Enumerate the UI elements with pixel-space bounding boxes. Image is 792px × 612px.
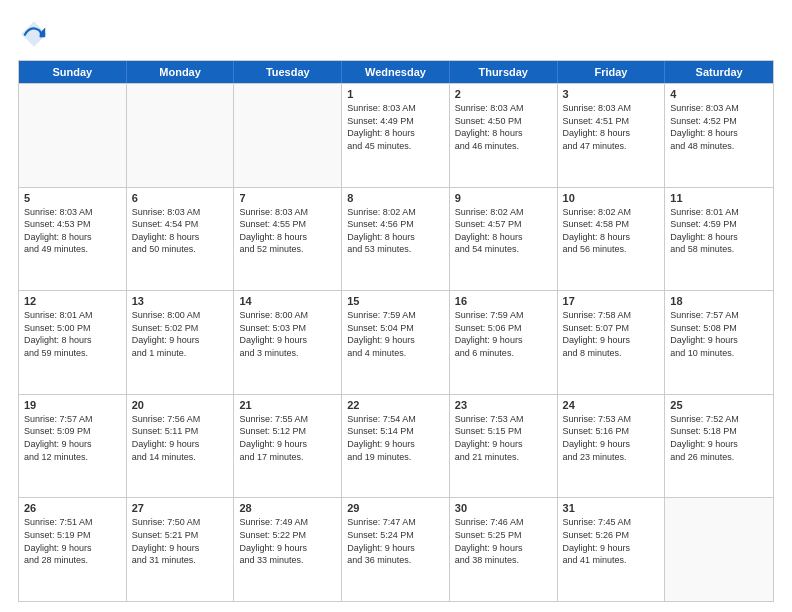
day-info: Sunrise: 8:02 AM Sunset: 4:56 PM Dayligh… — [347, 206, 444, 256]
day-info: Sunrise: 8:03 AM Sunset: 4:51 PM Dayligh… — [563, 102, 660, 152]
day-number: 7 — [239, 192, 336, 204]
day-cell-11: 11Sunrise: 8:01 AM Sunset: 4:59 PM Dayli… — [665, 188, 773, 291]
day-cell-19: 19Sunrise: 7:57 AM Sunset: 5:09 PM Dayli… — [19, 395, 127, 498]
day-info: Sunrise: 7:59 AM Sunset: 5:04 PM Dayligh… — [347, 309, 444, 359]
day-number: 24 — [563, 399, 660, 411]
day-number: 8 — [347, 192, 444, 204]
day-info: Sunrise: 7:58 AM Sunset: 5:07 PM Dayligh… — [563, 309, 660, 359]
day-number: 1 — [347, 88, 444, 100]
day-info: Sunrise: 8:03 AM Sunset: 4:55 PM Dayligh… — [239, 206, 336, 256]
day-cell-29: 29Sunrise: 7:47 AM Sunset: 5:24 PM Dayli… — [342, 498, 450, 601]
empty-cell — [19, 84, 127, 187]
day-cell-27: 27Sunrise: 7:50 AM Sunset: 5:21 PM Dayli… — [127, 498, 235, 601]
day-cell-3: 3Sunrise: 8:03 AM Sunset: 4:51 PM Daylig… — [558, 84, 666, 187]
weekday-header-sunday: Sunday — [19, 61, 127, 83]
calendar-week-1: 1Sunrise: 8:03 AM Sunset: 4:49 PM Daylig… — [19, 83, 773, 187]
calendar: SundayMondayTuesdayWednesdayThursdayFrid… — [18, 60, 774, 602]
day-number: 2 — [455, 88, 552, 100]
day-cell-7: 7Sunrise: 8:03 AM Sunset: 4:55 PM Daylig… — [234, 188, 342, 291]
day-info: Sunrise: 7:55 AM Sunset: 5:12 PM Dayligh… — [239, 413, 336, 463]
day-cell-8: 8Sunrise: 8:02 AM Sunset: 4:56 PM Daylig… — [342, 188, 450, 291]
day-cell-30: 30Sunrise: 7:46 AM Sunset: 5:25 PM Dayli… — [450, 498, 558, 601]
page: SundayMondayTuesdayWednesdayThursdayFrid… — [0, 0, 792, 612]
day-cell-20: 20Sunrise: 7:56 AM Sunset: 5:11 PM Dayli… — [127, 395, 235, 498]
day-cell-28: 28Sunrise: 7:49 AM Sunset: 5:22 PM Dayli… — [234, 498, 342, 601]
day-info: Sunrise: 7:56 AM Sunset: 5:11 PM Dayligh… — [132, 413, 229, 463]
day-info: Sunrise: 7:51 AM Sunset: 5:19 PM Dayligh… — [24, 516, 121, 566]
weekday-header-tuesday: Tuesday — [234, 61, 342, 83]
day-number: 25 — [670, 399, 768, 411]
calendar-body: 1Sunrise: 8:03 AM Sunset: 4:49 PM Daylig… — [19, 83, 773, 601]
day-info: Sunrise: 8:03 AM Sunset: 4:53 PM Dayligh… — [24, 206, 121, 256]
calendar-week-4: 19Sunrise: 7:57 AM Sunset: 5:09 PM Dayli… — [19, 394, 773, 498]
day-cell-22: 22Sunrise: 7:54 AM Sunset: 5:14 PM Dayli… — [342, 395, 450, 498]
day-info: Sunrise: 7:46 AM Sunset: 5:25 PM Dayligh… — [455, 516, 552, 566]
day-number: 5 — [24, 192, 121, 204]
day-info: Sunrise: 7:53 AM Sunset: 5:16 PM Dayligh… — [563, 413, 660, 463]
day-number: 12 — [24, 295, 121, 307]
day-number: 21 — [239, 399, 336, 411]
header — [18, 18, 774, 50]
empty-cell — [665, 498, 773, 601]
day-info: Sunrise: 8:00 AM Sunset: 5:03 PM Dayligh… — [239, 309, 336, 359]
day-cell-23: 23Sunrise: 7:53 AM Sunset: 5:15 PM Dayli… — [450, 395, 558, 498]
day-cell-31: 31Sunrise: 7:45 AM Sunset: 5:26 PM Dayli… — [558, 498, 666, 601]
day-number: 22 — [347, 399, 444, 411]
day-info: Sunrise: 7:54 AM Sunset: 5:14 PM Dayligh… — [347, 413, 444, 463]
day-number: 15 — [347, 295, 444, 307]
day-info: Sunrise: 8:01 AM Sunset: 5:00 PM Dayligh… — [24, 309, 121, 359]
day-info: Sunrise: 8:01 AM Sunset: 4:59 PM Dayligh… — [670, 206, 768, 256]
day-info: Sunrise: 7:50 AM Sunset: 5:21 PM Dayligh… — [132, 516, 229, 566]
weekday-header-thursday: Thursday — [450, 61, 558, 83]
day-info: Sunrise: 7:59 AM Sunset: 5:06 PM Dayligh… — [455, 309, 552, 359]
logo — [18, 18, 56, 50]
day-cell-5: 5Sunrise: 8:03 AM Sunset: 4:53 PM Daylig… — [19, 188, 127, 291]
day-cell-2: 2Sunrise: 8:03 AM Sunset: 4:50 PM Daylig… — [450, 84, 558, 187]
day-cell-25: 25Sunrise: 7:52 AM Sunset: 5:18 PM Dayli… — [665, 395, 773, 498]
calendar-week-3: 12Sunrise: 8:01 AM Sunset: 5:00 PM Dayli… — [19, 290, 773, 394]
day-number: 30 — [455, 502, 552, 514]
day-cell-1: 1Sunrise: 8:03 AM Sunset: 4:49 PM Daylig… — [342, 84, 450, 187]
day-cell-10: 10Sunrise: 8:02 AM Sunset: 4:58 PM Dayli… — [558, 188, 666, 291]
empty-cell — [127, 84, 235, 187]
day-number: 19 — [24, 399, 121, 411]
day-number: 9 — [455, 192, 552, 204]
day-info: Sunrise: 7:52 AM Sunset: 5:18 PM Dayligh… — [670, 413, 768, 463]
day-info: Sunrise: 8:00 AM Sunset: 5:02 PM Dayligh… — [132, 309, 229, 359]
day-cell-6: 6Sunrise: 8:03 AM Sunset: 4:54 PM Daylig… — [127, 188, 235, 291]
day-info: Sunrise: 7:47 AM Sunset: 5:24 PM Dayligh… — [347, 516, 444, 566]
day-number: 28 — [239, 502, 336, 514]
day-cell-15: 15Sunrise: 7:59 AM Sunset: 5:04 PM Dayli… — [342, 291, 450, 394]
calendar-header: SundayMondayTuesdayWednesdayThursdayFrid… — [19, 61, 773, 83]
day-info: Sunrise: 8:03 AM Sunset: 4:52 PM Dayligh… — [670, 102, 768, 152]
day-info: Sunrise: 8:02 AM Sunset: 4:57 PM Dayligh… — [455, 206, 552, 256]
day-number: 18 — [670, 295, 768, 307]
day-info: Sunrise: 7:57 AM Sunset: 5:09 PM Dayligh… — [24, 413, 121, 463]
day-cell-26: 26Sunrise: 7:51 AM Sunset: 5:19 PM Dayli… — [19, 498, 127, 601]
day-cell-4: 4Sunrise: 8:03 AM Sunset: 4:52 PM Daylig… — [665, 84, 773, 187]
day-info: Sunrise: 7:49 AM Sunset: 5:22 PM Dayligh… — [239, 516, 336, 566]
day-number: 13 — [132, 295, 229, 307]
day-number: 26 — [24, 502, 121, 514]
day-cell-13: 13Sunrise: 8:00 AM Sunset: 5:02 PM Dayli… — [127, 291, 235, 394]
weekday-header-saturday: Saturday — [665, 61, 773, 83]
day-cell-12: 12Sunrise: 8:01 AM Sunset: 5:00 PM Dayli… — [19, 291, 127, 394]
day-number: 6 — [132, 192, 229, 204]
generalblue-logo-icon — [18, 18, 50, 50]
day-info: Sunrise: 8:03 AM Sunset: 4:49 PM Dayligh… — [347, 102, 444, 152]
weekday-header-friday: Friday — [558, 61, 666, 83]
day-info: Sunrise: 8:02 AM Sunset: 4:58 PM Dayligh… — [563, 206, 660, 256]
day-cell-17: 17Sunrise: 7:58 AM Sunset: 5:07 PM Dayli… — [558, 291, 666, 394]
day-number: 29 — [347, 502, 444, 514]
weekday-header-monday: Monday — [127, 61, 235, 83]
day-info: Sunrise: 8:03 AM Sunset: 4:50 PM Dayligh… — [455, 102, 552, 152]
day-info: Sunrise: 8:03 AM Sunset: 4:54 PM Dayligh… — [132, 206, 229, 256]
day-cell-16: 16Sunrise: 7:59 AM Sunset: 5:06 PM Dayli… — [450, 291, 558, 394]
day-number: 3 — [563, 88, 660, 100]
day-number: 17 — [563, 295, 660, 307]
empty-cell — [234, 84, 342, 187]
day-number: 11 — [670, 192, 768, 204]
calendar-week-5: 26Sunrise: 7:51 AM Sunset: 5:19 PM Dayli… — [19, 497, 773, 601]
day-cell-18: 18Sunrise: 7:57 AM Sunset: 5:08 PM Dayli… — [665, 291, 773, 394]
calendar-week-2: 5Sunrise: 8:03 AM Sunset: 4:53 PM Daylig… — [19, 187, 773, 291]
